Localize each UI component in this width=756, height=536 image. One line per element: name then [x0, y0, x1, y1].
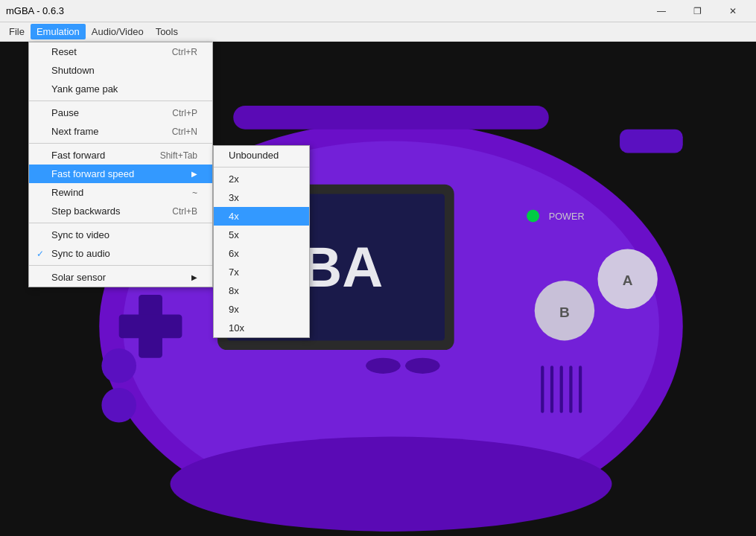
fast-forward-submenu: Unbounded 2x 3x 4x 5x 6x 7x 8x 9x 10x	[213, 145, 310, 338]
separator-1	[29, 100, 212, 101]
svg-rect-25	[550, 366, 553, 413]
svg-rect-26	[560, 366, 563, 413]
menu-fast-forward-speed[interactable]: Fast forward speed ▶	[29, 165, 212, 183]
menubar: File Emulation Audio/Video Tools	[0, 22, 756, 42]
menu-solar-sensor[interactable]: Solar sensor ▶	[29, 268, 212, 287]
submenu-5x[interactable]: 5x	[214, 226, 309, 244]
svg-rect-21	[119, 314, 182, 338]
svg-text:B: B	[559, 304, 570, 320]
close-button[interactable]: ✕	[716, 0, 750, 22]
svg-rect-2	[233, 106, 549, 130]
svg-point-23	[405, 358, 440, 374]
svg-text:A: A	[623, 272, 633, 288]
menu-audio-video[interactable]: Audio/Video	[86, 24, 150, 39]
submenu-2x[interactable]: 2x	[214, 170, 309, 188]
separator-3	[29, 223, 212, 223]
submenu-9x[interactable]: 9x	[214, 300, 309, 319]
menu-tools[interactable]: Tools	[150, 24, 184, 39]
submenu-8x[interactable]: 8x	[214, 281, 309, 300]
menu-sync-audio[interactable]: ✓ Sync to audio	[29, 244, 212, 263]
menu-next-frame[interactable]: Next frame Ctrl+N	[29, 122, 212, 141]
titlebar: mGBA - 0.6.3 — ❐ ✕	[0, 0, 756, 22]
svg-rect-30	[620, 130, 683, 153]
menu-step-backwards[interactable]: Step backwards Ctrl+B	[29, 202, 212, 220]
svg-rect-27	[569, 366, 572, 413]
separator-4	[29, 265, 212, 266]
submenu-6x[interactable]: 6x	[214, 244, 309, 263]
menu-file[interactable]: File	[3, 24, 31, 39]
menu-shutdown[interactable]: Shutdown	[29, 61, 212, 80]
submenu-10x[interactable]: 10x	[214, 319, 309, 337]
menu-rewind[interactable]: Rewind ~	[29, 183, 212, 202]
separator-2	[29, 143, 212, 144]
menu-yank[interactable]: Yank game pak	[29, 80, 212, 98]
submenu-unbounded[interactable]: Unbounded	[214, 146, 309, 165]
svg-rect-28	[579, 366, 582, 413]
svg-point-32	[101, 388, 136, 423]
maximize-button[interactable]: ❐	[680, 0, 714, 22]
submenu-3x[interactable]: 3x	[214, 188, 309, 207]
menu-pause[interactable]: Pause Ctrl+P	[29, 103, 212, 122]
svg-point-22	[366, 358, 401, 374]
menu-sync-video[interactable]: Sync to video	[29, 226, 212, 244]
menu-fast-forward[interactable]: Fast forward Shift+Tab	[29, 146, 212, 165]
titlebar-title: mGBA - 0.6.3	[6, 5, 64, 16]
submenu-separator	[214, 167, 309, 168]
svg-point-31	[101, 348, 136, 383]
svg-point-33	[171, 437, 612, 532]
menu-emulation[interactable]: Emulation	[31, 24, 86, 39]
submenu-4x[interactable]: 4x	[214, 207, 309, 226]
emulation-dropdown: Reset Ctrl+R Shutdown Yank game pak Paus…	[28, 42, 213, 287]
menu-reset[interactable]: Reset Ctrl+R	[29, 42, 212, 61]
titlebar-controls: — ❐ ✕	[644, 0, 750, 22]
minimize-button[interactable]: —	[644, 0, 679, 22]
svg-rect-24	[541, 366, 544, 413]
svg-point-18	[527, 210, 539, 223]
submenu-7x[interactable]: 7x	[214, 263, 309, 281]
svg-text:POWER: POWER	[549, 211, 585, 222]
